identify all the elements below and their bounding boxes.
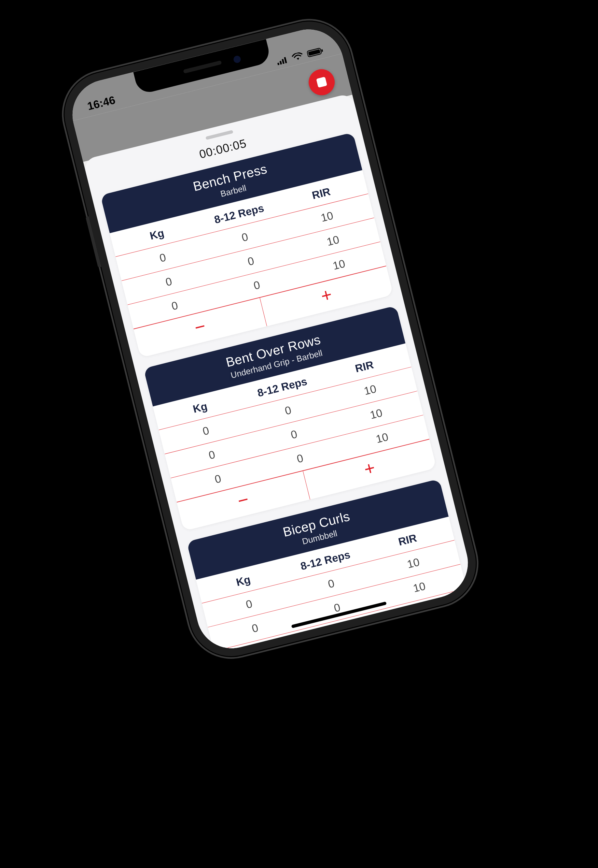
- speaker-grille: [183, 60, 222, 73]
- stop-button[interactable]: [306, 66, 338, 98]
- wifi-icon: [292, 51, 304, 62]
- svg-rect-2: [282, 59, 284, 64]
- front-camera: [233, 55, 242, 64]
- battery-icon: [306, 46, 324, 58]
- svg-rect-1: [280, 61, 282, 65]
- status-time: 16:46: [86, 93, 117, 113]
- stop-icon: [316, 76, 327, 88]
- add-set-button[interactable]: +: [346, 613, 475, 656]
- svg-rect-6: [321, 49, 323, 52]
- screen: 16:46: [65, 22, 475, 656]
- svg-rect-0: [277, 63, 280, 65]
- svg-rect-3: [284, 57, 287, 63]
- cellular-icon: [276, 56, 289, 66]
- workout-sheet: 00:00:05 Bench PressBarbellKg8-12 RepsRI…: [83, 93, 475, 656]
- sheet-grabber[interactable]: [205, 130, 233, 140]
- phone-frame: 16:46: [56, 12, 485, 665]
